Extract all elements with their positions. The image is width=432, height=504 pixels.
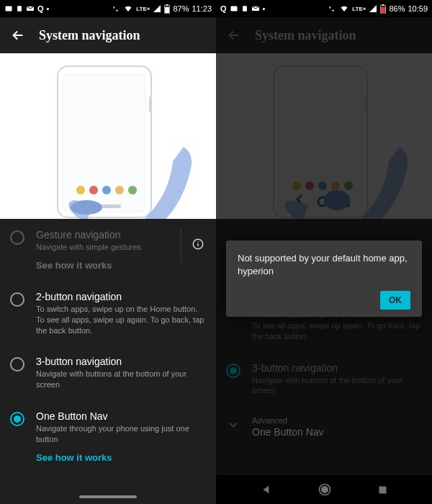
navigation-illustration [0, 53, 216, 219]
svg-point-8 [76, 186, 85, 194]
info-divider [181, 229, 204, 262]
battery-icon [380, 4, 386, 14]
unsupported-dialog: Not supported by your default home app, … [226, 240, 422, 317]
option-gesture-navigation[interactable]: Gesture navigation Navigate with simple … [0, 219, 216, 281]
option-desc: Navigate through your phone using just o… [36, 423, 204, 445]
see-how-link[interactable]: See how it works [36, 260, 169, 271]
svg-point-11 [115, 186, 124, 194]
mail-icon [251, 4, 260, 13]
see-how-link[interactable]: See how it works [36, 452, 204, 463]
signal-icon [369, 4, 377, 13]
svg-rect-18 [230, 6, 237, 12]
signal-icon [153, 4, 161, 13]
app-q-icon: Q [220, 4, 227, 13]
svg-point-14 [71, 200, 102, 215]
svg-rect-22 [382, 6, 386, 13]
wifi-call-icon [328, 4, 336, 13]
svg-rect-4 [166, 6, 170, 13]
svg-rect-19 [243, 6, 247, 12]
status-bar: Q • LTE+ 87% 11:23 [0, 0, 216, 17]
svg-point-9 [89, 186, 98, 194]
radio-3-button[interactable] [10, 357, 24, 372]
right-screenshot: Q • LTE+ 86% 10:59 System navigation [216, 0, 432, 504]
svg-rect-3 [166, 4, 168, 5]
radio-gesture[interactable] [10, 230, 24, 245]
message-icon [4, 4, 13, 13]
battery-text: 86% [389, 4, 405, 13]
svg-rect-21 [382, 4, 384, 5]
back-button[interactable] [10, 27, 26, 43]
lte-icon: LTE+ [136, 6, 150, 12]
more-icon: • [263, 5, 266, 13]
more-icon: • [47, 5, 50, 13]
left-screenshot: Q • LTE+ 87% 11:23 System navigation [0, 0, 216, 504]
sim-icon [16, 4, 23, 13]
nav-bar-gesture[interactable] [0, 490, 216, 504]
mail-icon [26, 4, 35, 13]
wifi-icon [123, 4, 133, 13]
clock-text: 11:23 [192, 4, 212, 13]
svg-rect-7 [149, 96, 152, 112]
app-bar: System navigation [0, 17, 216, 53]
dialog-ok-button[interactable]: OK [380, 291, 410, 310]
status-bar: Q • LTE+ 86% 10:59 [216, 0, 432, 17]
option-title: One Button Nav [36, 410, 204, 422]
gesture-pill-icon[interactable] [79, 495, 137, 498]
wifi-call-icon [112, 4, 120, 13]
battery-icon [164, 4, 170, 14]
option-desc: Navigate with simple gestures [36, 242, 169, 253]
clock-text: 10:59 [408, 4, 428, 13]
option-desc: To switch apps, swipe up on the Home but… [36, 304, 204, 336]
option-3-button-navigation[interactable]: 3-button navigation Navigate with button… [0, 346, 216, 400]
svg-point-17 [197, 241, 199, 243]
option-title: 3-button navigation [36, 356, 204, 367]
option-title: Gesture navigation [36, 229, 169, 240]
svg-rect-1 [17, 6, 22, 12]
info-icon[interactable] [192, 238, 204, 253]
battery-text: 87% [173, 4, 189, 13]
radio-one-button[interactable] [10, 412, 24, 426]
sim-icon [241, 4, 248, 13]
page-title: System navigation [39, 28, 140, 43]
svg-point-10 [102, 186, 111, 194]
wifi-icon [339, 4, 349, 13]
option-2-button-navigation[interactable]: 2-button navigation To switch apps, swip… [0, 281, 216, 346]
dialog-message: Not supported by your default home app, … [238, 252, 410, 278]
option-title: 2-button navigation [36, 291, 204, 302]
option-desc: Navigate with buttons at the bottom of y… [36, 369, 204, 390]
option-one-button-nav[interactable]: One Button Nav Navigate through your pho… [0, 400, 216, 473]
radio-2-button[interactable] [10, 292, 24, 307]
svg-rect-0 [6, 6, 12, 12]
lte-icon: LTE+ [352, 6, 366, 12]
svg-point-12 [128, 186, 137, 194]
options-list: Gesture navigation Navigate with simple … [0, 219, 216, 490]
message-icon [230, 4, 238, 13]
app-q-icon: Q [37, 4, 44, 13]
